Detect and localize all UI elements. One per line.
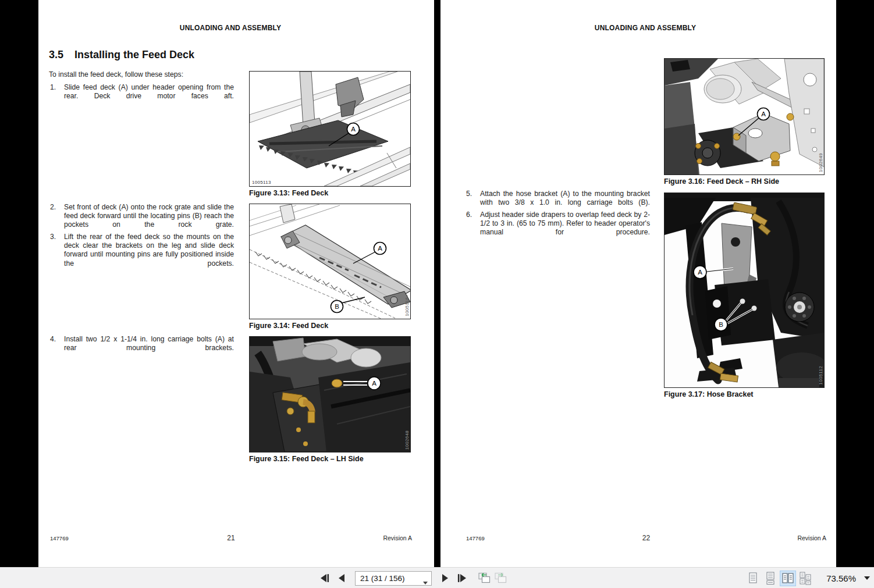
layout-two-page-continuous-button[interactable] bbox=[797, 571, 813, 586]
first-page-button[interactable] bbox=[318, 571, 332, 586]
step-text: Slide feed deck (A) under header opening… bbox=[64, 83, 234, 110]
feed-deck-line-drawing: A bbox=[250, 72, 410, 186]
layout-two-page-button[interactable] bbox=[780, 571, 796, 586]
view-controls: 73.56% bbox=[745, 568, 870, 588]
figure-3-16-image: A 1002649 bbox=[664, 58, 825, 175]
page-navigation: 21 (31 / 156) bbox=[318, 568, 507, 588]
two-page-view-icon bbox=[781, 571, 795, 585]
zoom-dropdown-icon[interactable] bbox=[864, 576, 870, 580]
figure-image-id: 1005113 bbox=[252, 180, 271, 185]
next-view-button[interactable] bbox=[493, 571, 507, 586]
step-number: 6. bbox=[466, 211, 480, 246]
step-4: 4. Install two 1/2 x 1-1/4 in. long carr… bbox=[50, 335, 234, 362]
figure-image-id: 1002649 bbox=[818, 153, 823, 172]
svg-text:A: A bbox=[761, 111, 766, 117]
figure-3-15: A 1002648 Figure 3.15: Feed Deck – LH Si… bbox=[249, 336, 411, 463]
manual-page-21: UNLOADING AND ASSEMBLY 3.5 Installing th… bbox=[38, 0, 434, 567]
figure-caption: Figure 3.16: Feed Deck – RH Side bbox=[664, 177, 825, 186]
layout-single-page-button[interactable] bbox=[745, 571, 761, 586]
step-3: 3. Lift the rear of the feed deck so the… bbox=[50, 233, 234, 277]
previous-view-button[interactable] bbox=[477, 571, 491, 586]
figure-3-13-image: A 1005113 bbox=[249, 71, 411, 187]
manual-page-22: UNLOADING AND ASSEMBLY 5. Attach the hos… bbox=[440, 0, 836, 567]
next-page-icon bbox=[438, 571, 452, 585]
previous-page-button[interactable] bbox=[335, 571, 349, 586]
single-page-view-icon bbox=[746, 571, 760, 585]
running-header: UNLOADING AND ASSEMBLY bbox=[447, 24, 843, 32]
last-page-button[interactable] bbox=[455, 571, 469, 586]
combo-dropdown-icon bbox=[423, 578, 428, 586]
step-6: 6. Adjust header side drapers to overlap… bbox=[466, 211, 650, 246]
doc-number: 147769 bbox=[466, 535, 485, 541]
figure-image-id: 1005116 bbox=[404, 297, 410, 316]
page-number: 21 bbox=[227, 534, 235, 542]
svg-text:B: B bbox=[335, 303, 339, 310]
step-number: 4. bbox=[50, 335, 64, 362]
feed-deck-lh-render: A bbox=[250, 337, 410, 452]
step-1: 1. Slide feed deck (A) under header open… bbox=[50, 83, 234, 110]
next-page-button[interactable] bbox=[438, 571, 452, 586]
step-text: Lift the rear of the feed deck so the mo… bbox=[64, 233, 234, 277]
next-view-icon bbox=[493, 571, 507, 585]
figure-3-16: A 1002649 Figure 3.16: Feed Deck – RH Si… bbox=[664, 58, 825, 186]
feed-deck-line-drawing: A B bbox=[250, 204, 410, 319]
figure-3-13: A 1005113 Figure 3.13: Feed Deck bbox=[249, 71, 411, 197]
two-page-continuous-view-icon bbox=[798, 571, 812, 585]
page-combo[interactable]: 21 (31 / 156) bbox=[355, 571, 432, 586]
revision-label: Revision A bbox=[797, 534, 826, 541]
step-text: Adjust header side drapers to overlap fe… bbox=[480, 211, 650, 246]
view-history-buttons bbox=[477, 571, 507, 586]
pdf-viewer: UNLOADING AND ASSEMBLY 3.5 Installing th… bbox=[0, 0, 874, 588]
bottom-toolbar: 21 (31 / 156) bbox=[0, 567, 874, 588]
figure-caption: Figure 3.17: Hose Bracket bbox=[664, 390, 825, 398]
previous-page-icon bbox=[335, 571, 349, 585]
section-number: 3.5 bbox=[49, 49, 63, 61]
layout-continuous-button[interactable] bbox=[762, 571, 779, 586]
figure-3-14-image: A B 1005116 bbox=[249, 204, 411, 319]
step-number: 1. bbox=[50, 83, 64, 110]
continuous-view-icon bbox=[763, 571, 777, 585]
page-footer: 147769 21 Revision A bbox=[50, 534, 412, 542]
section-title: Installing the Feed Deck bbox=[74, 49, 194, 61]
figure-3-17-image: A B 1005112 bbox=[664, 193, 825, 388]
previous-view-icon bbox=[477, 571, 491, 585]
page-footer: 147769 22 Revision A bbox=[466, 534, 826, 542]
feed-deck-rh-drawing: A bbox=[665, 59, 824, 174]
intro-text: To install the feed deck, follow these s… bbox=[49, 70, 183, 79]
svg-text:A: A bbox=[372, 380, 376, 387]
figure-3-17: A B 1005112 Figure 3.17: Hose Bracket bbox=[664, 193, 825, 398]
page-number: 22 bbox=[642, 534, 650, 542]
figure-image-id: 1005112 bbox=[818, 366, 823, 385]
page-combo-value: 21 (31 / 156) bbox=[360, 574, 405, 583]
figure-3-15-image: A 1002648 bbox=[249, 336, 411, 452]
step-text: Install two 1/2 x 1-1/4 in. long carriag… bbox=[64, 335, 234, 362]
running-header: UNLOADING AND ASSEMBLY bbox=[33, 24, 428, 32]
first-page-icon bbox=[318, 571, 332, 585]
figure-caption: Figure 3.14: Feed Deck bbox=[249, 322, 411, 330]
figure-caption: Figure 3.13: Feed Deck bbox=[249, 189, 411, 197]
doc-number: 147769 bbox=[50, 535, 69, 541]
figure-image-id: 1002648 bbox=[404, 430, 410, 450]
zoom-level[interactable]: 73.56% bbox=[826, 573, 856, 583]
section-heading: 3.5 Installing the Feed Deck bbox=[49, 49, 194, 61]
revision-label: Revision A bbox=[383, 534, 412, 541]
hose-bracket-photo: A B bbox=[665, 193, 824, 387]
svg-text:A: A bbox=[378, 245, 382, 252]
last-page-icon bbox=[455, 571, 469, 585]
svg-text:A: A bbox=[351, 126, 356, 133]
svg-text:A: A bbox=[698, 269, 702, 276]
step-number: 3. bbox=[50, 233, 64, 277]
svg-text:B: B bbox=[719, 321, 723, 328]
figure-3-14: A B 1005116 Figure 3.14: Feed Deck bbox=[249, 204, 411, 330]
figure-caption: Figure 3.15: Feed Deck – LH Side bbox=[249, 455, 411, 463]
